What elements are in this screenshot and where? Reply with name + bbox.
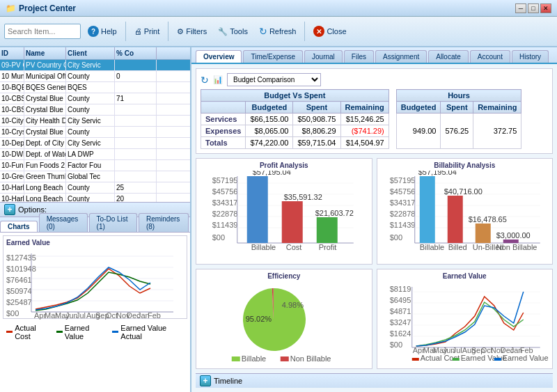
cell-id: 10-Fun Food (0, 160, 24, 171)
close-label: Close (327, 27, 346, 36)
bottom-tab[interactable]: Messages (0) (39, 213, 88, 232)
svg-text:$76461: $76461 (6, 276, 32, 284)
right-tab[interactable]: Overview (196, 50, 242, 63)
svg-text:$00: $00 (389, 233, 402, 242)
bottom-tab[interactable]: To-Do List (1) (89, 213, 137, 232)
budget-vs-spent-table: Budget Vs Spent Budgeted Spent Remaining… (201, 89, 389, 149)
bottom-tab[interactable]: Reminders (8) (139, 213, 189, 232)
svg-text:$16,478.65: $16,478.65 (468, 215, 506, 224)
col-client: Client (66, 47, 115, 59)
th-hours-remaining: Remaining (473, 102, 521, 113)
efficiency-chart: Efficiency 95.02% 4.98% Billable (196, 269, 372, 369)
cell-pct (115, 171, 157, 182)
right-tab[interactable]: Assignment (375, 50, 427, 63)
cell-client: Global Tec (66, 171, 115, 182)
close-button[interactable]: ✕ Close (309, 24, 350, 39)
table-row[interactable]: 10-CBS New Crystal Blue Wa County 71 (0, 93, 190, 104)
hours-remaining: 372.75 (473, 113, 521, 149)
window-close-button[interactable]: ✕ (540, 3, 551, 13)
project-table: ID Name Client % Co 09-PV Count PV Count… (0, 47, 190, 202)
svg-text:$50974: $50974 (6, 287, 32, 295)
table-row[interactable]: 10-Harbor T Long Beach Har County 20 (0, 194, 190, 202)
right-tab[interactable]: Time/Expense (243, 50, 303, 63)
legend-earned-value: Earned Value (56, 324, 107, 340)
tools-icon: 🔧 (218, 27, 228, 36)
totals-spent: $59,715.04 (293, 137, 340, 149)
right-tab[interactable]: History (512, 50, 549, 63)
cell-id: 10-Green Th (0, 171, 24, 182)
filters-icon: ⚙ (177, 27, 184, 36)
chart-icon: 📊 (213, 75, 223, 84)
svg-text:$00: $00 (6, 309, 19, 317)
options-add-button[interactable]: + (4, 204, 15, 215)
cell-name: Fun Foods 2.0 (24, 160, 66, 171)
table-row[interactable]: 10-Dept Of Dept. of City Se City Servic (0, 138, 190, 149)
legend-actual-cost-label: Actual Cost (15, 324, 51, 340)
th-hours-budgeted: Budgeted (396, 102, 441, 113)
table-row[interactable]: 10 Municipal Municipal Offic County 0 (0, 71, 190, 82)
totals-remaining: $14,504.97 (340, 137, 389, 149)
cell-name: Dept. of Water (24, 149, 66, 159)
right-tab[interactable]: Allocate (428, 50, 469, 63)
cell-pct: 71 (115, 93, 157, 104)
bottom-tabs: ChartsMessages (0)To-Do List (1)Reminder… (0, 217, 190, 233)
right-tab[interactable]: Account (470, 50, 510, 63)
expenses-spent: $8,806.29 (293, 125, 340, 137)
table-row[interactable]: 10-DWP: Dept. of Water LA DWP (0, 149, 190, 160)
maximize-button[interactable]: □ (528, 3, 539, 13)
table-row[interactable]: 09-PV Count PV Country Clu City Servic (0, 60, 190, 71)
earned-value-chart-svg: $8119 $6495 $4871 $3247 $1624 $00 (380, 281, 550, 365)
filters-button[interactable]: ⚙ Filters (173, 25, 211, 38)
billability-analysis-chart: Billability Analysis $57195 $45756 $3431… (377, 158, 554, 265)
budget-header: ↻ 📊 Budget Comparison (201, 73, 548, 86)
svg-rect-63 (447, 196, 462, 243)
table-row[interactable]: 10-City Healt City Health Dep City Servi… (0, 116, 190, 127)
cell-id: 10-Harbor T (0, 194, 24, 202)
budget-dropdown[interactable]: Budget Comparison (227, 73, 321, 86)
svg-text:Feb: Feb (148, 311, 161, 320)
cell-id: 10-Harbor Bl (0, 182, 24, 193)
cell-name: Crystal Blue Wa (24, 104, 66, 115)
tools-button[interactable]: 🔧 Tools (214, 25, 252, 38)
search-input[interactable] (4, 24, 81, 39)
th-hours-spent: Spent (441, 102, 473, 113)
main-area: ID Name Client % Co 09-PV Count PV Count… (0, 47, 557, 392)
svg-text:$22878: $22878 (389, 210, 415, 218)
cell-id: 10-CBS New (0, 93, 24, 104)
table-row[interactable]: 10-CBS Supp Crystal Blue Wa County (0, 104, 190, 116)
svg-text:Billable: Billable (242, 354, 266, 363)
efficiency-chart-title: Efficiency (199, 272, 369, 280)
table-row[interactable]: 10-Harbor Bl Long Beach Har County 25 (0, 182, 190, 194)
refresh-button[interactable]: ↻ Refresh (255, 24, 301, 39)
budget-refresh-icon[interactable]: ↻ (201, 75, 209, 86)
help-button[interactable]: ? Help (84, 24, 121, 39)
bottom-tab[interactable]: Charts (0, 221, 38, 232)
table-row[interactable]: 10-BQE Gen BQES General BQES (0, 82, 190, 93)
table-row[interactable]: 10-Green Th Green Thumb S Global Tec (0, 171, 190, 182)
right-tab[interactable]: Journal (304, 50, 343, 63)
refresh-label: Refresh (269, 27, 297, 36)
cell-id: 10-Dept Of (0, 138, 24, 148)
cell-name: Long Beach Har (24, 194, 66, 202)
charts-row-1: Profit Analysis $57195 $45756 $34317 $22… (196, 158, 553, 265)
minimize-button[interactable]: ─ (515, 3, 526, 13)
profit-analysis-chart: Profit Analysis $57195 $45756 $34317 $22… (196, 158, 372, 265)
charts-row-2: Efficiency 95.02% 4.98% Billable (196, 269, 553, 369)
table-row[interactable]: 10-Fun Food Fun Foods 2.0 Factor Fou (0, 160, 190, 171)
help-icon: ? (88, 26, 99, 37)
table-row[interactable]: 10-Crystal Bl Crystal Blue Wa County (0, 127, 190, 138)
table-body: 09-PV Count PV Country Clu City Servic 1… (0, 60, 190, 202)
svg-rect-39 (247, 176, 268, 243)
print-button[interactable]: 🖨 Print (130, 25, 164, 38)
cell-name: Municipal Offic (24, 71, 66, 81)
svg-text:$21,603.72: $21,603.72 (315, 209, 354, 217)
right-tab[interactable]: Files (344, 50, 374, 63)
timeline-add-button[interactable]: + (200, 375, 211, 386)
earned-chart-title: Earned Value (6, 239, 184, 246)
cell-client: County (66, 194, 115, 202)
cell-pct: 20 (115, 194, 157, 202)
svg-text:$3,000.00: $3,000.00 (496, 231, 530, 240)
cell-name: City Health Dep (24, 116, 66, 126)
separator-3 (304, 22, 305, 41)
cell-client: County (66, 104, 115, 115)
